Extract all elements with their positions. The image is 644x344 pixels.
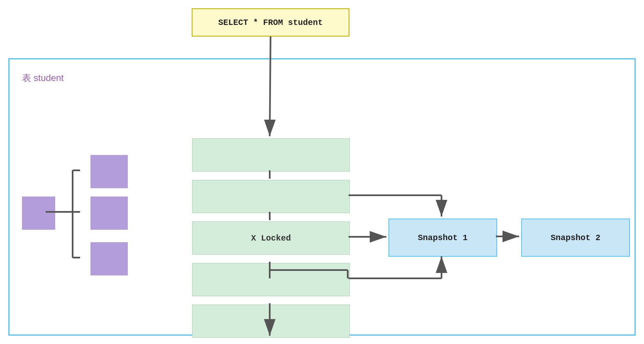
main-diagram-container: 表 student X Locked Snapshot 1 Snapshot 2 [8,58,636,336]
btree-root-node [22,197,55,230]
data-row-5 [192,305,350,338]
snapshot-2-box: Snapshot 2 [521,219,630,257]
data-row-1 [192,138,350,172]
page-container: SELECT * FROM student 表 student X Locked… [0,0,644,344]
btree-child-node-2 [90,197,128,230]
data-row-3-locked: X Locked [192,221,350,255]
btree-child-node-3 [90,242,128,275]
x-locked-label: X Locked [251,233,291,243]
data-row-4 [192,263,350,296]
snapshot-1-label: Snapshot 1 [418,233,468,243]
sql-query-text: SELECT * FROM student [218,18,323,27]
snapshot-1-box: Snapshot 1 [388,219,497,257]
table-label: 表 student [22,72,63,84]
btree-child-node-1 [90,155,128,188]
snapshot-2-label: Snapshot 2 [551,233,600,243]
data-row-2 [192,180,350,213]
sql-query-box: SELECT * FROM student [192,8,349,37]
